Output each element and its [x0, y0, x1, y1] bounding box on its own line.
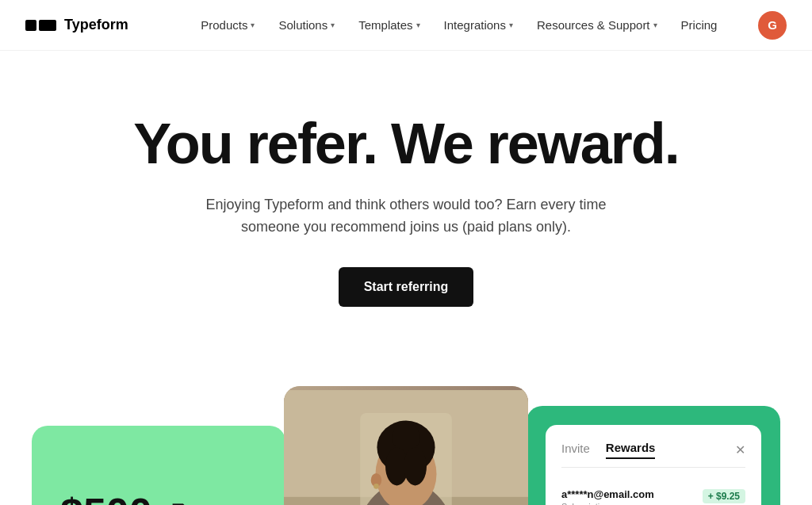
- chevron-down-icon: ▾: [653, 21, 657, 29]
- nav-item-pricing[interactable]: Pricing: [672, 12, 727, 38]
- photo-inner: [284, 386, 528, 505]
- reward-email-1: a*****n@email.com: [561, 488, 654, 500]
- nav-item-solutions[interactable]: Solutions ▾: [269, 12, 344, 38]
- tab-rewards[interactable]: Rewards: [606, 441, 656, 459]
- rewards-card: Invite Rewards ✕ a*****n@email.com Subsc…: [527, 406, 780, 505]
- brand-logo[interactable]: Typeform: [25, 17, 128, 33]
- svg-point-8: [404, 447, 427, 485]
- start-referring-button[interactable]: Start referring: [339, 267, 474, 307]
- nav-right: G: [758, 11, 787, 40]
- green-card: $500 ↗: [32, 426, 285, 505]
- close-icon[interactable]: ✕: [735, 442, 745, 457]
- nav-item-integrations[interactable]: Integrations ▾: [435, 12, 523, 38]
- nav-item-products[interactable]: Products ▾: [191, 12, 264, 38]
- hero-section: You refer. We reward. Enjoying Typeform …: [89, 51, 723, 354]
- nav-links: Products ▾ Solutions ▾ Templates ▾ Integ…: [160, 12, 758, 38]
- person-illustration: [284, 386, 528, 505]
- rewards-panel: Invite Rewards ✕ a*****n@email.com Subsc…: [546, 425, 761, 505]
- reward-row-right-1: + $9.25 monthly: [703, 488, 745, 505]
- arrow-up-right-icon: ↗: [159, 493, 188, 505]
- chevron-down-icon: ▾: [416, 21, 420, 29]
- navbar: Typeform Products ▾ Solutions ▾ Template…: [0, 0, 812, 51]
- amount-display: $500 ↗: [60, 489, 188, 505]
- brand-name: Typeform: [64, 17, 128, 33]
- rewards-tabs: Invite Rewards ✕: [561, 441, 745, 468]
- amount-value: $500: [60, 489, 152, 505]
- reward-row-left-1: a*****n@email.com Subscription: [561, 488, 654, 505]
- reward-sub-label-1: Subscription: [561, 502, 654, 505]
- hero-headline: You refer. We reward.: [105, 114, 707, 174]
- tab-invite[interactable]: Invite: [561, 442, 590, 458]
- chevron-down-icon: ▾: [509, 21, 513, 29]
- nav-item-templates[interactable]: Templates ▾: [349, 12, 429, 38]
- logo-rect: [39, 20, 56, 31]
- chevron-down-icon: ▾: [331, 21, 335, 29]
- cards-section: $500 ↗: [0, 354, 812, 505]
- reward-amount-1: + $9.25: [703, 489, 745, 503]
- photo-card: [284, 386, 528, 505]
- svg-point-10: [373, 484, 379, 489]
- user-avatar[interactable]: G: [758, 11, 787, 40]
- logo-square: [25, 20, 36, 31]
- nav-item-resources[interactable]: Resources & Support ▾: [527, 12, 667, 38]
- logo-icon: [25, 20, 56, 31]
- chevron-down-icon: ▾: [251, 21, 255, 29]
- hero-description: Enjoying Typeform and think others would…: [184, 193, 628, 239]
- reward-row-1: a*****n@email.com Subscription + $9.25 m…: [561, 480, 745, 505]
